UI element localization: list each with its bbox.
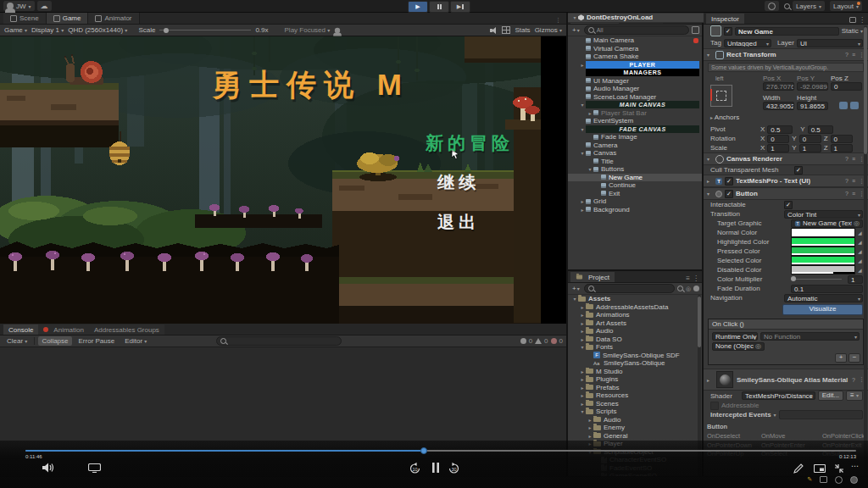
account-button[interactable]: JW ▾ bbox=[3, 1, 35, 11]
play-button[interactable]: ▶ bbox=[408, 1, 428, 13]
hierarchy-item-background[interactable]: ▸Background bbox=[568, 206, 702, 214]
layers-dropdown[interactable]: Layers ▾ bbox=[793, 1, 825, 11]
hierarchy-item-player[interactable]: ▸PLAYER bbox=[568, 61, 702, 69]
event-mode-dropdown[interactable]: Runtime Only▾ bbox=[712, 332, 758, 341]
anchor-preset-widget[interactable] bbox=[710, 85, 732, 107]
hierarchy-item-ui-manager[interactable]: UI Manager bbox=[568, 77, 702, 86]
event-function-dropdown[interactable]: No Function▾ bbox=[760, 332, 860, 341]
foldout-icon[interactable]: ▸ bbox=[579, 328, 586, 334]
presets-icon[interactable]: ≡ bbox=[852, 191, 855, 197]
tab-animation[interactable]: Animation bbox=[38, 324, 89, 335]
foldout-icon[interactable]: ▾ bbox=[579, 102, 586, 108]
cloud-button[interactable]: ☁ bbox=[37, 1, 52, 11]
material-header[interactable]: ▸ SmileySans-Oblique Atlas Material (Mat… bbox=[704, 369, 868, 391]
tab-addressables-groups[interactable]: Addressables Groups bbox=[89, 324, 164, 335]
eyedropper-icon[interactable]: ◢ bbox=[858, 239, 863, 245]
display-device-icon[interactable] bbox=[88, 463, 101, 473]
selected-color-swatch[interactable] bbox=[791, 256, 855, 265]
color-multiplier-slider[interactable] bbox=[791, 279, 842, 280]
capture-icon[interactable] bbox=[335, 27, 340, 32]
pause-icon[interactable] bbox=[431, 462, 440, 474]
add-object-button[interactable]: +▾ bbox=[570, 26, 581, 34]
foldout-icon[interactable]: ▸ bbox=[587, 110, 593, 116]
scale-x-field[interactable]: 1 bbox=[767, 144, 789, 152]
pause-button[interactable] bbox=[429, 1, 449, 13]
foldout-icon[interactable]: ▸ bbox=[587, 433, 593, 439]
scale-z-field[interactable]: 1 bbox=[831, 144, 853, 152]
hierarchy-item-fade-canvas[interactable]: ▾FADE CANVAS bbox=[568, 125, 702, 134]
foldout-icon[interactable]: ▸ bbox=[587, 417, 593, 423]
add-event-button[interactable]: + bbox=[835, 353, 847, 363]
enabled-checkbox[interactable]: ✓ bbox=[725, 190, 733, 198]
collab-status-icon[interactable] bbox=[835, 476, 843, 484]
hierarchy-search-input[interactable]: All bbox=[584, 25, 689, 35]
pencil-status-icon[interactable]: ✎ bbox=[807, 476, 812, 484]
scale-slider[interactable] bbox=[159, 30, 251, 30]
video-timeline[interactable] bbox=[25, 450, 856, 452]
foldout-icon[interactable]: ▸ bbox=[579, 369, 586, 374]
hierarchy-item-new-game[interactable]: New Game bbox=[568, 174, 702, 182]
presets-icon[interactable]: ≡ bbox=[852, 156, 855, 162]
highlighted-color-swatch[interactable] bbox=[791, 237, 855, 247]
shader-edit-button[interactable]: Edit... bbox=[818, 391, 843, 401]
pivot-y-field[interactable]: 0.5 bbox=[808, 125, 833, 134]
hierarchy-item-canvas[interactable]: ▾Canvas bbox=[568, 149, 702, 158]
mute-audio-icon[interactable] bbox=[490, 27, 498, 34]
shader-dropdown[interactable]: TextMeshPro/Distance F▾ bbox=[742, 391, 815, 400]
canvas-renderer-header[interactable]: ▾ Canvas Renderer ?≡⋮ bbox=[704, 152, 868, 165]
normal-color-swatch[interactable] bbox=[791, 228, 855, 237]
foldout-icon[interactable]: ▾ bbox=[587, 166, 593, 172]
collapse-toggle[interactable]: Collapse bbox=[38, 336, 71, 346]
tab-animator[interactable]: Animator bbox=[88, 13, 139, 24]
lock-icon[interactable] bbox=[849, 17, 856, 23]
hierarchy-item-managers[interactable]: MANAGERS bbox=[568, 69, 702, 77]
help-icon[interactable]: ? bbox=[852, 377, 855, 383]
project-item-general[interactable]: ▸General bbox=[568, 432, 702, 441]
scale-slider-knob[interactable] bbox=[164, 28, 169, 33]
menu-exit[interactable]: 退出 bbox=[437, 211, 480, 234]
help-icon[interactable]: ? bbox=[845, 52, 849, 58]
fade-duration-field[interactable]: 0.1 bbox=[791, 285, 863, 293]
foldout-icon[interactable]: ▾ bbox=[571, 14, 578, 20]
eyedropper-icon[interactable]: ◢ bbox=[858, 230, 863, 236]
progress-status-icon[interactable] bbox=[850, 476, 858, 484]
hierarchy-item-main-camera[interactable]: Main Camera bbox=[568, 36, 702, 45]
color-multiplier-field[interactable]: 1 bbox=[848, 275, 863, 284]
foldout-icon[interactable]: ▾ bbox=[579, 126, 586, 132]
pos-x-field[interactable]: 276.7076 bbox=[763, 82, 794, 91]
foldout-icon[interactable]: ▸ bbox=[579, 392, 586, 398]
enabled-checkbox[interactable]: ✓ bbox=[725, 177, 733, 186]
project-item-resources[interactable]: ▸Resources bbox=[568, 391, 702, 400]
pos-y-field[interactable]: -92.09894 bbox=[797, 82, 828, 91]
project-item-assets[interactable]: ▾Assets bbox=[568, 295, 702, 303]
preset-icon[interactable]: ≡ bbox=[686, 274, 690, 282]
menu-continue[interactable]: 继续 bbox=[437, 171, 480, 194]
project-item-data-so[interactable]: ▸Data SO bbox=[568, 336, 702, 344]
foldout-icon[interactable]: ▸ bbox=[579, 198, 586, 204]
vsync-grid-icon[interactable] bbox=[502, 26, 510, 34]
event-object-field[interactable]: None (Objec ◎ bbox=[712, 342, 765, 351]
presets-icon[interactable]: ≡ bbox=[852, 52, 855, 58]
skip-back-10-icon[interactable]: 10 bbox=[409, 462, 421, 474]
tag-dropdown[interactable]: Untagged▾ bbox=[724, 39, 771, 47]
hierarchy-item-virtual-camera[interactable]: Virtual Camera bbox=[568, 45, 702, 53]
resolution-dropdown[interactable]: QHD (2560x1440) ▾ bbox=[68, 26, 127, 34]
foldout-icon[interactable]: ▸ bbox=[579, 376, 586, 382]
static-dropdown[interactable]: Static ▾ bbox=[842, 27, 863, 35]
rotation-z-field[interactable]: 0 bbox=[831, 135, 853, 143]
remove-event-button[interactable]: − bbox=[849, 353, 860, 363]
layout-dropdown[interactable]: Layout ▾ bbox=[830, 1, 862, 11]
menu-icon[interactable]: ⋮ bbox=[859, 16, 865, 24]
volume-icon[interactable] bbox=[42, 463, 54, 473]
intercepted-events-field[interactable] bbox=[779, 410, 863, 419]
console-search-input[interactable] bbox=[216, 336, 342, 346]
rect-transform-header[interactable]: ▾ Rect Transform ?≡⋮ bbox=[704, 48, 868, 61]
editor-dropdown[interactable]: Editor ▾ bbox=[121, 336, 150, 346]
width-field[interactable]: 432.9052 bbox=[763, 102, 794, 110]
project-item-audio[interactable]: ▸Audio bbox=[568, 416, 702, 424]
project-item-m-studio[interactable]: ▸M Studio bbox=[568, 368, 702, 376]
hierarchy-item-buttons[interactable]: ▾Buttons bbox=[568, 165, 702, 174]
hierarchy-item-continue[interactable]: Continue bbox=[568, 181, 702, 190]
step-button[interactable]: ▶ bbox=[450, 1, 470, 13]
undo-history-button[interactable] bbox=[765, 1, 779, 11]
